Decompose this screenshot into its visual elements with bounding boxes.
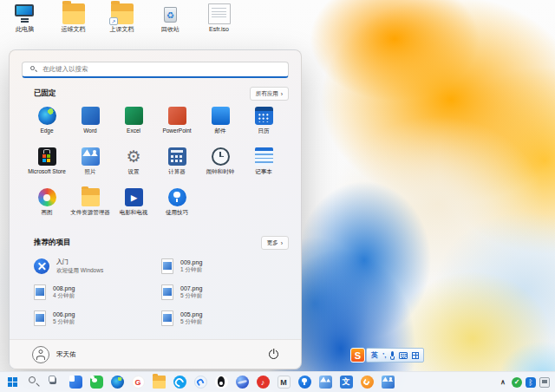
- pinned-app[interactable]: Microsoft Store: [25, 146, 69, 186]
- pinned-app[interactable]: 文件资源管理器: [69, 186, 112, 227]
- taskbar-app-button[interactable]: [46, 374, 63, 390]
- powerpoint-icon: [168, 107, 186, 125]
- taskbar-app-button[interactable]: [25, 374, 42, 390]
- pinned-app[interactable]: 邮件: [199, 105, 242, 146]
- taskbar-app-button[interactable]: [171, 374, 188, 390]
- taskbar-app-button[interactable]: [108, 374, 126, 390]
- recommended-item[interactable]: 009.png 1 分钟前: [161, 255, 289, 278]
- taskbar-app-button[interactable]: [4, 374, 22, 390]
- pinned-app[interactable]: Edge: [25, 105, 69, 146]
- task-view-icon: [49, 376, 62, 389]
- recommended-item-name: 006.png: [53, 311, 75, 317]
- taskbar-app-button[interactable]: [150, 374, 167, 390]
- pinned-app[interactable]: PowerPoint: [155, 105, 199, 146]
- notepad-icon: [255, 147, 273, 166]
- recommended-item[interactable]: 006.png 5 分钟前: [34, 307, 161, 330]
- recommended-item[interactable]: 008.png 4 分钟前: [34, 281, 161, 304]
- taskbar-app-button[interactable]: [379, 374, 396, 390]
- desktop-icon-label: 回收站: [161, 26, 180, 33]
- taskbar-app-button[interactable]: [337, 374, 355, 390]
- desktop-icon-label: Esfr.iso: [209, 26, 229, 33]
- qq-icon: [215, 376, 228, 389]
- keyboard-icon[interactable]: [399, 352, 408, 359]
- taskbar-app-list: [0, 374, 396, 390]
- taskbar-app-button[interactable]: [233, 374, 251, 390]
- desktop-icon[interactable]: 回收站: [151, 3, 190, 33]
- taskbar-app-button[interactable]: [67, 374, 84, 390]
- tips-icon: [168, 188, 186, 206]
- bluetooth-icon[interactable]: [526, 377, 536, 388]
- start-menu-footer: 宋天佑: [10, 339, 301, 369]
- taskbar-app-button[interactable]: [296, 374, 313, 390]
- widgets-icon: [69, 376, 82, 389]
- ime-mode-toggle[interactable]: 英: [371, 350, 378, 360]
- image-file-icon: [34, 284, 46, 300]
- desktop-icon[interactable]: 上课文档: [102, 3, 141, 33]
- taskbar-app-button[interactable]: [192, 374, 209, 390]
- more-button[interactable]: 更多 ›: [261, 236, 289, 250]
- pinned-app[interactable]: 画图: [25, 186, 69, 227]
- recommended-item[interactable]: 007.png 5 分钟前: [161, 281, 289, 304]
- pinned-app-label: 邮件: [215, 127, 226, 134]
- word-icon: [82, 107, 100, 125]
- recommended-section-title: 推荐的项目: [34, 238, 71, 248]
- desktop-icon[interactable]: 运维文档: [54, 3, 93, 33]
- security-check-icon[interactable]: [512, 377, 522, 388]
- desktop-icon[interactable]: Esfr.iso: [199, 3, 238, 33]
- recommended-item-name: 005.png: [180, 311, 202, 317]
- photos-icon: [382, 376, 395, 389]
- red-g-app-icon: [132, 376, 145, 389]
- pinned-app[interactable]: 设置: [112, 146, 155, 186]
- taskbar-app-button[interactable]: [129, 374, 147, 390]
- pinned-app[interactable]: 计算器: [155, 146, 199, 186]
- ime-toolbar: S 英 ’,: [350, 348, 424, 363]
- pinned-app[interactable]: 记事本: [242, 146, 285, 186]
- all-apps-button[interactable]: 所有应用 ›: [250, 87, 289, 101]
- safely-remove-icon[interactable]: [539, 377, 550, 388]
- taskbar-app-button[interactable]: [254, 374, 271, 390]
- pinned-app-label: Edge: [40, 127, 53, 134]
- user-profile-button[interactable]: 宋天佑: [32, 346, 76, 363]
- taskbar-app-button[interactable]: [275, 374, 292, 390]
- media-player-m-icon: [278, 376, 291, 389]
- chevron-up-icon[interactable]: [498, 377, 508, 388]
- recommended-item-meta: 欢迎使用 Windows: [56, 267, 103, 275]
- ime-punctuation-toggle[interactable]: ’,: [382, 351, 386, 359]
- microphone-icon[interactable]: [390, 351, 395, 360]
- recommended-item[interactable]: 005.png 5 分钟前: [161, 307, 289, 330]
- taskbar-app-button[interactable]: [212, 374, 230, 390]
- pinned-app[interactable]: Excel: [112, 105, 155, 146]
- taskbar-app-button[interactable]: [317, 374, 334, 390]
- quark-browser-icon: [194, 376, 207, 389]
- taskbar-app-button[interactable]: [358, 374, 375, 390]
- ms-store-icon: [38, 147, 56, 166]
- pinned-app[interactable]: 电影和电视: [112, 186, 155, 227]
- pinned-app-label: 记事本: [255, 168, 272, 174]
- recommended-item[interactable]: 入门 欢迎使用 Windows: [34, 255, 161, 278]
- file-explorer-icon: [82, 188, 100, 206]
- clock-icon: [212, 147, 230, 166]
- search-box[interactable]: 在此键入以搜索: [22, 62, 289, 78]
- folder-icon: [62, 3, 85, 24]
- user-avatar-icon: [32, 346, 49, 363]
- desktop-icon-label: 运维文档: [62, 26, 86, 33]
- pinned-app[interactable]: 使用技巧: [155, 186, 199, 227]
- edge-icon: [38, 107, 56, 125]
- pinned-app[interactable]: 照片: [69, 146, 112, 186]
- pinned-app[interactable]: 日历: [242, 105, 285, 146]
- power-button-icon[interactable]: [269, 350, 278, 359]
- mini-photos-icon: [319, 376, 332, 389]
- system-tray: [498, 377, 555, 388]
- calendar-icon: [255, 107, 273, 125]
- taskbar-app-button[interactable]: [88, 374, 105, 390]
- search-placeholder: 在此键入以搜索: [42, 65, 88, 74]
- pinned-app[interactable]: Word: [69, 105, 112, 146]
- recommended-item-name: 入门: [56, 258, 103, 266]
- desktop-icon[interactable]: 此电脑: [5, 3, 44, 33]
- desktop-icon-label: 上课文档: [110, 26, 134, 33]
- pinned-app[interactable]: 闹钟和时钟: [199, 146, 242, 186]
- desktop-icon-label: 此电脑: [16, 26, 34, 33]
- ime-toolbox-icon[interactable]: [412, 352, 419, 359]
- sogou-logo-icon[interactable]: S: [350, 348, 365, 363]
- recommended-item-name: 008.png: [53, 285, 75, 291]
